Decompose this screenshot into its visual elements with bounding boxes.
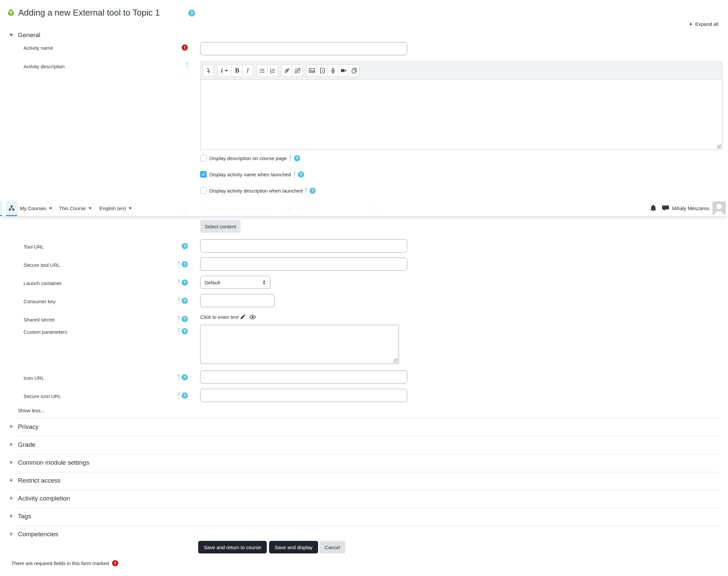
section-heading-grade[interactable]: Grade: [18, 441, 35, 449]
avatar[interactable]: [712, 202, 726, 215]
checkbox-row-display-activity-name[interactable]: Display activity name when launched ! ?: [200, 171, 304, 178]
editor-bold-button[interactable]: B: [232, 64, 242, 77]
select-value: Default: [204, 280, 220, 285]
section-heading-privacy[interactable]: Privacy: [18, 423, 38, 431]
help-icon[interactable]: ?: [182, 297, 188, 304]
expand-section-icon[interactable]: [10, 532, 13, 536]
show-less-link[interactable]: Show less...: [18, 408, 45, 413]
expand-section-icon[interactable]: [10, 460, 13, 464]
edit-pencil-icon[interactable]: [240, 314, 245, 321]
help-icon[interactable]: ?: [182, 261, 188, 267]
important-icon: !: [178, 374, 180, 380]
important-icon: !: [178, 297, 180, 304]
icon-url-input[interactable]: [200, 371, 407, 384]
expand-section-icon[interactable]: [10, 442, 13, 447]
nav-menu-this-course[interactable]: This Course: [59, 200, 92, 216]
nav-menu-language[interactable]: English (en): [99, 200, 132, 216]
expand-all-label: Expand all: [695, 21, 719, 27]
secure-tool-url-input[interactable]: [200, 258, 407, 271]
editor-unlink-button[interactable]: [292, 64, 303, 77]
activity-description-textarea[interactable]: [200, 79, 722, 150]
reveal-eye-icon[interactable]: [249, 315, 256, 321]
editor-ordered-list-button[interactable]: [267, 64, 278, 77]
user-menu[interactable]: Mihály Mészáros: [672, 200, 709, 216]
italic-icon: I: [246, 67, 249, 74]
save-and-display-button[interactable]: Save and display: [269, 541, 318, 553]
expand-section-icon[interactable]: [10, 496, 13, 500]
chevron-down-icon: [49, 207, 52, 209]
editor-collapse-toolbar-button[interactable]: [203, 64, 214, 77]
editor-toolbar: i B I: [200, 62, 722, 80]
bold-icon: B: [235, 67, 239, 74]
help-icon[interactable]: ?: [182, 243, 188, 249]
expand-section-icon[interactable]: [10, 478, 13, 482]
sticky-navbar: My Courses This Course English (en) Mihá…: [0, 200, 728, 216]
important-icon: !: [186, 62, 188, 68]
checkbox[interactable]: [200, 171, 207, 178]
checkbox-row-display-activity-description[interactable]: Display activity description when launch…: [200, 187, 316, 194]
help-icon[interactable]: ?: [182, 316, 188, 322]
editor-italic-button[interactable]: I: [242, 64, 253, 77]
editor-record-video-button[interactable]: [338, 64, 349, 77]
help-icon[interactable]: ?: [310, 188, 316, 194]
section-heading-general[interactable]: General: [18, 31, 40, 39]
required-icon: !: [182, 45, 188, 51]
help-icon[interactable]: ?: [298, 171, 304, 178]
custom-parameters-label: Custom parameters: [24, 329, 67, 335]
help-icon[interactable]: ?: [182, 393, 188, 399]
help-icon[interactable]: ?: [182, 374, 188, 380]
cancel-button[interactable]: Cancel: [319, 541, 345, 553]
chevron-down-icon: [128, 207, 132, 209]
sitemap-icon: [9, 205, 14, 211]
important-icon: !: [178, 393, 180, 399]
help-icon[interactable]: ?: [188, 9, 195, 17]
secure-icon-url-input[interactable]: [200, 389, 407, 402]
expand-all-link[interactable]: Expand all: [663, 21, 719, 27]
help-icon[interactable]: ?: [182, 279, 188, 286]
editor-insert-media-button[interactable]: [317, 64, 328, 77]
tool-url-input[interactable]: [200, 239, 407, 253]
resize-handle[interactable]: [394, 358, 398, 363]
section-heading-tags[interactable]: Tags: [18, 512, 31, 520]
custom-parameters-textarea[interactable]: [200, 325, 399, 364]
expand-section-icon[interactable]: [10, 425, 13, 429]
section-heading-competencies[interactable]: Competencies: [18, 530, 58, 538]
editor-link-button[interactable]: [281, 64, 292, 77]
help-icon[interactable]: ?: [294, 155, 300, 162]
editor-insert-image-button[interactable]: [306, 64, 317, 77]
launch-container-select[interactable]: Default: [200, 276, 270, 289]
checkbox[interactable]: [200, 187, 207, 194]
nav-sitemap-item[interactable]: [6, 201, 17, 216]
activity-name-input[interactable]: [200, 42, 407, 55]
resize-handle[interactable]: [717, 144, 721, 149]
activity-description-label: Activity description: [24, 63, 65, 69]
page-title: Adding a new External tool to Topic 1: [18, 7, 160, 18]
nav-menu-my-courses[interactable]: My Courses: [20, 200, 52, 216]
collapse-general-icon[interactable]: [9, 34, 13, 36]
select-content-button[interactable]: Select content: [200, 220, 240, 233]
notifications-bell-icon[interactable]: [650, 204, 657, 213]
editor-paragraph-styles-button[interactable]: i: [217, 64, 232, 77]
important-icon: !: [289, 155, 291, 162]
editor-manage-files-button[interactable]: [349, 64, 359, 77]
divider: [14, 526, 719, 526]
section-heading-restrict-access[interactable]: Restrict access: [18, 477, 61, 485]
shared-secret-inline-edit[interactable]: Click to enter text: [200, 314, 239, 320]
save-and-return-button[interactable]: Save and return to course: [198, 541, 267, 553]
divider: [14, 418, 719, 419]
checkbox-label: Display activity name when launched: [209, 172, 291, 177]
nav-item-partial[interactable]: [0, 201, 2, 216]
messages-chat-icon[interactable]: [662, 205, 669, 213]
section-heading-common-module-settings[interactable]: Common module settings: [18, 459, 89, 467]
activity-name-label: Activity name: [24, 45, 53, 51]
page: { "header": { "title": "Adding a new Ext…: [0, 0, 728, 576]
checkbox-row-display-description[interactable]: Display description on course page ! ?: [200, 154, 300, 162]
help-icon[interactable]: ?: [182, 328, 188, 335]
section-heading-activity-completion[interactable]: Activity completion: [18, 494, 70, 502]
editor-record-audio-button[interactable]: [327, 64, 338, 77]
consumer-key-input[interactable]: [200, 294, 275, 307]
editor-unordered-list-button[interactable]: [257, 64, 267, 77]
checkbox[interactable]: [200, 155, 207, 162]
required-icon: !: [112, 560, 118, 567]
expand-section-icon[interactable]: [10, 514, 13, 518]
